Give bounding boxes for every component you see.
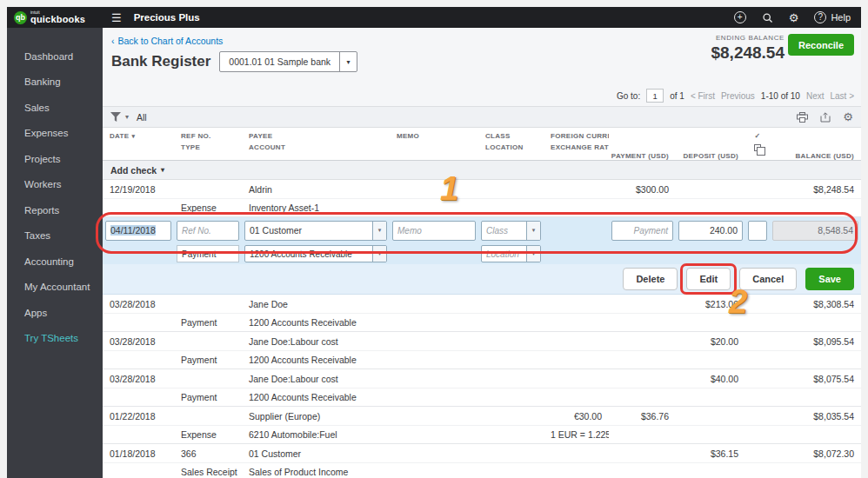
save-button[interactable]: Save (805, 268, 854, 290)
ref-cell: 366 (174, 448, 242, 459)
help-menu[interactable]: ? Help (814, 11, 851, 23)
ref-no-input[interactable]: Ref No. (177, 221, 239, 241)
deposit-cell: $36.15 (676, 448, 745, 459)
sidebar-item-expenses[interactable]: Expenses (7, 121, 103, 147)
table-row[interactable]: 01/18/2018 366 01 Customer $36.15 $8,072… (103, 444, 861, 478)
brand-text: intuit quickbooks (30, 10, 85, 24)
chevron-down-icon: ▾ (339, 52, 357, 71)
last-page-link[interactable]: Last > (830, 91, 854, 101)
sidebar-item-apps[interactable]: Apps (7, 300, 103, 326)
balance-cell: $8,035.54 (770, 411, 861, 422)
column-header-class-location: CLASSLOCATION (478, 128, 544, 160)
table-row[interactable]: 12/19/2018 Aldrin $300.00 $8,248.54 Expe… (103, 180, 861, 217)
type-cell: Expense (174, 429, 242, 440)
sidebar-item-banking[interactable]: Banking (7, 70, 103, 96)
deposit-cell: $20.00 (676, 336, 745, 347)
qb-logo-icon: qb (14, 11, 27, 24)
account-cell: 1200 Accounts Receivable (242, 355, 390, 365)
column-header-date[interactable]: DATE▾ (103, 128, 174, 160)
balance-cell: $8,072.30 (770, 448, 861, 459)
date-cell: 03/28/2018 (103, 299, 174, 309)
reconcile-status-box[interactable] (748, 221, 767, 241)
date-input[interactable]: 04/11/2018 (105, 221, 171, 241)
payee-select[interactable]: 01 Customer▾ (244, 221, 387, 241)
deposit-input[interactable]: 240.00 (678, 221, 743, 241)
memo-input[interactable]: Memo (392, 221, 476, 241)
filter-funnel-icon (110, 112, 121, 122)
date-cell: 03/28/2018 (103, 374, 174, 384)
account-cell: 1200 Accounts Receivable (242, 317, 390, 328)
sidebar-item-projects[interactable]: Projects (7, 146, 103, 172)
payee-cell: Jane Doe (242, 299, 390, 309)
main-content: ‹ Back to Chart of Accounts Bank Registe… (103, 28, 861, 478)
filter-button[interactable]: ▾ All (110, 112, 147, 123)
back-to-chart-link[interactable]: ‹ Back to Chart of Accounts (111, 36, 223, 46)
back-chevron-icon: ‹ (111, 36, 115, 46)
date-cell: 01/22/2018 (103, 411, 174, 422)
filter-caret-icon: ▾ (125, 113, 129, 121)
menu-icon[interactable]: ☰ (111, 11, 122, 24)
quickbooks-label: quickbooks (30, 15, 85, 24)
annotation-edit-button-highlight: Edit (686, 268, 731, 290)
column-header-ref-type: REF NO.TYPE (174, 128, 242, 160)
gear-icon[interactable]: ⚙ (789, 12, 799, 23)
of-label: of 1 (670, 91, 684, 101)
add-check-button[interactable]: Add check ▾ (103, 161, 861, 180)
payee-cell: Supplier (Europe) (242, 411, 390, 422)
previous-page-link[interactable]: Previous (721, 91, 755, 101)
sidebar-item-taxes[interactable]: Taxes (7, 223, 103, 249)
first-page-link[interactable]: < First (691, 91, 715, 101)
search-icon[interactable] (762, 12, 773, 23)
create-plus-icon[interactable]: + (734, 11, 746, 23)
date-cell: 03/28/2018 (103, 336, 174, 347)
type-field: Payment (177, 245, 239, 262)
reconcile-button[interactable]: Reconcile (788, 34, 854, 56)
edit-button[interactable]: Edit (686, 268, 731, 290)
dropdown-caret-icon: ▾ (372, 246, 386, 262)
sidebar-item-my-accountant[interactable]: My Accountant (7, 275, 103, 301)
account-selector[interactable]: 0001.01 01 Sample bank ▾ (219, 51, 357, 72)
date-cell: 01/18/2018 (103, 448, 174, 459)
table-header-row: DATE▾ REF NO.TYPE PAYEEACCOUNT MEMO CLAS… (103, 128, 861, 161)
screenshot-stage: qb intuit quickbooks ☰ Precious Plus + ⚙… (0, 0, 868, 478)
class-select[interactable]: Class▾ (481, 221, 541, 241)
top-navigation-bar: qb intuit quickbooks ☰ Precious Plus + ⚙… (7, 7, 861, 28)
payee-cell: Aldrin (242, 184, 390, 195)
column-header-deposit: DEPOSIT (USD) (676, 128, 745, 160)
sidebar-item-sales[interactable]: Sales (7, 95, 103, 121)
table-row[interactable]: 03/28/2018 Jane Doe:Labour cost $20.00 $… (103, 332, 861, 369)
column-header-payee-account: PAYEEACCOUNT (242, 128, 390, 160)
dropdown-caret-icon: ▾ (372, 222, 386, 240)
next-page-link[interactable]: Next (806, 91, 825, 101)
sidebar-item-reports[interactable]: Reports (7, 197, 103, 223)
edit-actions-bar: Delete Edit Cancel Save (103, 264, 861, 294)
register-toolbar: ▾ All ⚙ (103, 107, 861, 128)
ending-balance-value: $8,248.54 (711, 43, 785, 63)
type-cell: Expense (174, 202, 242, 213)
account-select[interactable]: 1200 Accounts Receivable▾ (244, 245, 387, 262)
location-select[interactable]: Location▾ (481, 245, 541, 262)
sidebar-nav: Dashboard Banking Sales Expenses Project… (7, 28, 103, 478)
type-cell: Payment (174, 392, 242, 402)
payment-input[interactable]: Payment (611, 221, 673, 241)
quickbooks-logo[interactable]: qb intuit quickbooks (7, 10, 103, 24)
table-row[interactable]: 03/28/2018 Jane Doe:Labour cost $40.00 $… (103, 369, 861, 407)
sidebar-item-try-tsheets[interactable]: Try TSheets (7, 326, 103, 352)
batch-actions-icon[interactable] (754, 144, 761, 151)
table-row[interactable]: 03/28/2018 Jane Doe $213.00 $8,308.54 Pa… (103, 295, 861, 332)
print-icon[interactable] (797, 112, 808, 123)
page-input[interactable]: 1 (646, 89, 664, 103)
sidebar-item-accounting[interactable]: Accounting (7, 249, 103, 275)
date-cell: 12/19/2018 (103, 184, 174, 195)
sidebar-item-dashboard[interactable]: Dashboard (7, 43, 103, 70)
transaction-editor: 04/11/2018 Ref No. 01 Customer▾ Memo Cla… (103, 217, 861, 295)
table-row[interactable]: 01/22/2018 Supplier (Europe) €30.00 $36.… (103, 407, 861, 444)
table-settings-gear-icon[interactable]: ⚙ (843, 111, 853, 123)
cancel-button[interactable]: Cancel (739, 268, 797, 290)
payment-cell: $36.76 (609, 411, 676, 422)
sidebar-item-workers[interactable]: Workers (7, 172, 103, 198)
delete-button[interactable]: Delete (623, 268, 678, 290)
export-icon[interactable] (820, 112, 831, 123)
add-check-caret-icon: ▾ (161, 166, 164, 174)
page-title: Bank Register (111, 53, 210, 70)
